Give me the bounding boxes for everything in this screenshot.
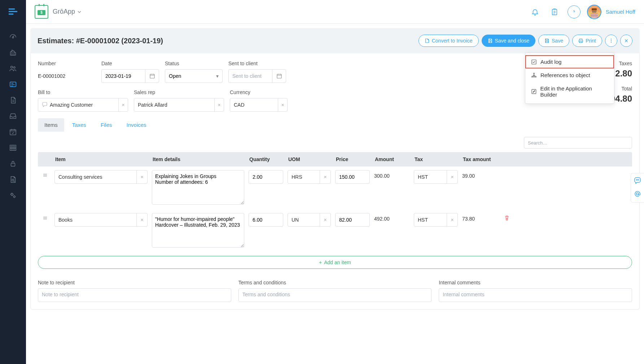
sent-date-picker-button[interactable] (272, 70, 286, 83)
tax-select[interactable]: HST× (414, 213, 458, 227)
date-picker-button[interactable] (145, 70, 159, 83)
add-item-button[interactable]: + Add an item (38, 256, 632, 269)
tabs: Items Taxes Files Invoices (38, 118, 632, 132)
convert-label: Convert to Invoice (432, 38, 473, 44)
uom-select[interactable]: HRS× (288, 170, 331, 184)
drag-handle[interactable] (38, 212, 52, 250)
currency-field[interactable]: CAD × (230, 98, 288, 112)
convert-to-invoice-button[interactable]: Convert to Invoice (419, 35, 479, 47)
sidebar-item-security[interactable] (4, 156, 22, 172)
item-clear[interactable]: × (136, 170, 147, 183)
sidebar-item-settings[interactable] (4, 187, 22, 203)
col-taxamt: Tax amount (460, 152, 500, 167)
note-input[interactable] (38, 288, 231, 302)
menu-toggle[interactable] (4, 3, 22, 20)
help-button[interactable] (568, 5, 581, 18)
svg-rect-19 (532, 60, 536, 64)
uom-clear[interactable]: × (320, 170, 330, 183)
qty-input[interactable] (249, 213, 283, 227)
more-actions-button[interactable] (605, 35, 617, 47)
sidebar-item-reports[interactable] (4, 172, 22, 187)
delete-row-button[interactable] (500, 212, 514, 250)
tax-value: HST (418, 217, 447, 223)
billto-clear[interactable]: × (118, 98, 128, 111)
uom-clear[interactable]: × (320, 213, 330, 226)
notifications-button[interactable] (529, 5, 542, 18)
menu-item-edit-builder[interactable]: Edit in the Application Builder (525, 82, 614, 101)
sent-input[interactable] (232, 73, 272, 79)
sidebar-item-estimates[interactable] (4, 76, 22, 92)
clipboard-button[interactable] (548, 5, 561, 18)
bell-icon (531, 8, 539, 16)
terms-input[interactable] (238, 288, 432, 302)
gauge-icon (9, 33, 17, 41)
dock-chat-button[interactable] (634, 177, 641, 185)
internal-input[interactable] (439, 288, 632, 302)
date-input[interactable] (105, 73, 145, 79)
sidebar-item-table[interactable] (4, 140, 22, 156)
chat-icon (634, 177, 641, 184)
calendar-check-icon (9, 128, 17, 136)
sidebar-item-inbox[interactable] (4, 108, 22, 124)
sidebar-item-building[interactable] (4, 45, 22, 61)
inbox-icon (9, 112, 17, 120)
tab-invoices[interactable]: Invoices (120, 118, 153, 132)
col-price: Price (333, 152, 372, 167)
salesrep-field[interactable]: Patrick Allard × (134, 98, 224, 112)
item-clear[interactable]: × (136, 213, 147, 226)
svg-point-2 (13, 67, 15, 68)
item-select[interactable]: Books× (54, 213, 148, 227)
status-select[interactable]: Open (165, 69, 223, 83)
item-select[interactable]: Consulting services× (54, 170, 148, 184)
salesrep-clear[interactable]: × (214, 98, 224, 111)
sent-to-client-field[interactable] (228, 69, 286, 83)
close-button[interactable] (620, 35, 632, 47)
save-icon (488, 38, 493, 43)
item-details-input[interactable] (152, 170, 244, 205)
estimate-icon (9, 80, 17, 88)
status-dropdown[interactable]: Open (169, 70, 219, 83)
date-label: Date (101, 61, 159, 66)
tab-taxes[interactable]: Taxes (66, 118, 93, 132)
price-input[interactable] (335, 213, 370, 227)
drag-handle[interactable] (38, 169, 52, 207)
sidebar-item-contacts[interactable] (4, 61, 22, 76)
plus-icon: + (319, 259, 322, 265)
tab-items[interactable]: Items (38, 118, 64, 132)
tab-files[interactable]: Files (94, 118, 119, 132)
uom-select[interactable]: UN× (288, 213, 331, 227)
billto-field[interactable]: Amazing Customer × (38, 98, 128, 112)
taxamt-value: 73.80 (460, 212, 500, 250)
dock-mention-button[interactable] (634, 190, 641, 199)
save-button[interactable]: Save (538, 35, 569, 47)
svg-point-16 (611, 39, 612, 39)
qty-input[interactable] (249, 170, 283, 184)
user-name[interactable]: Samuel Hoff (606, 9, 635, 15)
uom-value: UN (292, 217, 320, 223)
sidebar-item-invoices[interactable] (4, 92, 22, 108)
avatar[interactable] (587, 5, 601, 19)
print-button[interactable]: Print (572, 35, 602, 47)
sidebar-item-calendar[interactable] (4, 124, 22, 140)
date-field[interactable] (101, 69, 159, 83)
menu-item-audit-log[interactable]: Audit log (525, 55, 614, 68)
currency-clear[interactable]: × (278, 98, 287, 111)
report-search-icon (9, 176, 17, 183)
save-and-close-button[interactable]: Save and close (482, 35, 536, 47)
items-search[interactable] (524, 137, 632, 148)
search-input[interactable] (528, 137, 628, 148)
app-switcher[interactable]: GrōApp (53, 8, 82, 15)
svg-point-29 (638, 179, 639, 180)
tax-select[interactable]: HST× (414, 170, 458, 184)
menu-item-references[interactable]: References to object (525, 68, 614, 82)
sidebar-item-dashboard[interactable] (4, 29, 22, 45)
calendar-icon (149, 73, 155, 79)
price-input[interactable] (335, 170, 370, 184)
tax-clear[interactable]: × (447, 170, 457, 183)
drag-icon (43, 216, 47, 220)
tax-clear[interactable]: × (447, 213, 457, 226)
number-value: E-00001002 (38, 69, 96, 83)
item-details-input[interactable] (152, 213, 244, 248)
chevron-down-icon (77, 10, 82, 14)
terms-label: Terms and conditions (238, 280, 432, 285)
